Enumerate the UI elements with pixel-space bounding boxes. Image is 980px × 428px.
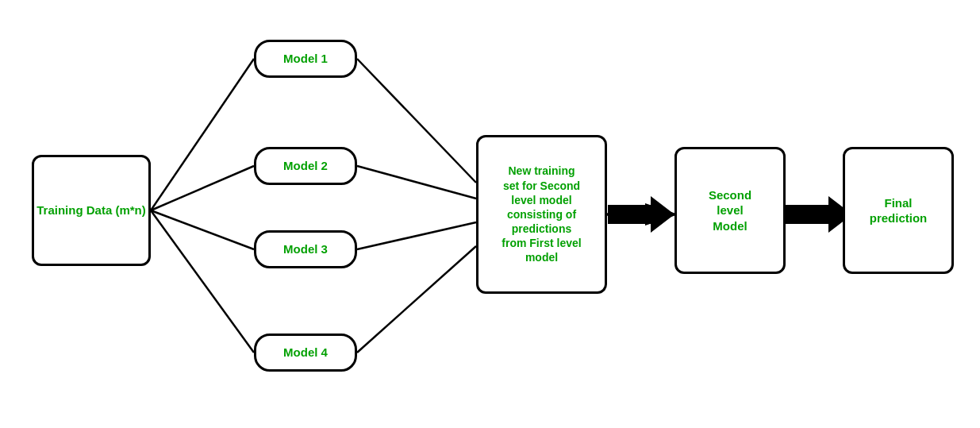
new-training-label: New trainingset for Secondlevel modelcon… <box>502 164 581 264</box>
svg-line-3 <box>151 210 254 249</box>
final-prediction-label: Finalprediction <box>870 195 928 226</box>
model4-box: Model 4 <box>254 334 357 372</box>
second-level-box: SecondlevelModel <box>674 147 786 274</box>
svg-marker-10 <box>608 196 674 233</box>
svg-line-7 <box>357 222 476 249</box>
training-data-box: Training Data (m*n) <box>32 155 151 266</box>
final-prediction-box: Finalprediction <box>843 147 954 274</box>
model3-box: Model 3 <box>254 230 357 268</box>
model3-label: Model 3 <box>283 241 328 257</box>
model2-box: Model 2 <box>254 147 357 185</box>
svg-line-1 <box>151 59 254 210</box>
svg-line-8 <box>357 246 476 353</box>
second-level-label: SecondlevelModel <box>709 187 751 234</box>
training-data-label: Training Data (m*n) <box>37 202 146 218</box>
model1-box: Model 1 <box>254 40 357 78</box>
svg-line-2 <box>151 166 254 210</box>
new-training-box: New trainingset for Secondlevel modelcon… <box>476 135 607 294</box>
model1-label: Model 1 <box>283 51 328 67</box>
model2-label: Model 2 <box>283 158 328 174</box>
diagram: Training Data (m*n) Model 1 Model 2 Mode… <box>0 0 980 428</box>
svg-line-6 <box>357 166 476 199</box>
svg-line-4 <box>151 210 254 353</box>
model4-label: Model 4 <box>283 345 328 361</box>
svg-line-5 <box>357 59 476 183</box>
